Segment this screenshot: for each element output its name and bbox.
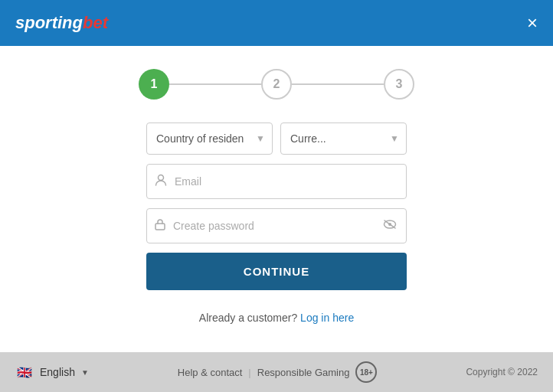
step-2: 2	[261, 69, 292, 100]
responsible-gaming-link[interactable]: Responsible Gaming	[257, 367, 350, 378]
age-badge: 18+	[355, 361, 377, 383]
selects-row: Country of residence ▼ Curre... ▼	[146, 122, 407, 155]
close-button[interactable]: ×	[527, 14, 538, 32]
help-contact-link[interactable]: Help & contact	[178, 367, 243, 378]
step-1: 1	[139, 69, 169, 100]
currency-select-wrapper: Curre... ▼	[280, 122, 407, 155]
person-icon	[147, 174, 175, 189]
modal-header: sportingbet ×	[0, 0, 553, 46]
step-indicator: 1 2 3	[139, 69, 414, 100]
country-select[interactable]: Country of residence	[146, 122, 273, 155]
footer-divider: |	[248, 367, 250, 378]
svg-rect-1	[155, 224, 165, 230]
registration-modal: sportingbet × 1 2 3 Country	[0, 0, 553, 392]
modal-footer: 🇬🇧 English ▼ Help & contact | Responsibl…	[0, 352, 553, 392]
step-line-2	[292, 83, 384, 85]
copyright-text: Copyright © 2022	[466, 367, 538, 377]
login-link[interactable]: Log in here	[300, 312, 354, 324]
already-customer-text: Already a customer? Log in here	[146, 312, 407, 324]
logo-sporting: sporting	[15, 13, 83, 33]
step-line-1	[169, 83, 261, 85]
lock-icon	[147, 218, 173, 234]
password-field[interactable]	[173, 209, 374, 243]
email-field[interactable]	[175, 165, 406, 198]
footer-links: Help & contact | Responsible Gaming 18+	[178, 361, 378, 383]
registration-form: Country of residence ▼ Curre... ▼	[146, 122, 407, 324]
email-input-wrapper	[146, 164, 407, 199]
logo: sportingbet	[15, 13, 108, 33]
eye-slash-icon[interactable]	[374, 219, 406, 233]
password-input-wrapper	[146, 208, 407, 243]
continue-button[interactable]: CONTINUE	[146, 253, 407, 290]
currency-select[interactable]: Curre...	[280, 122, 407, 155]
svg-point-0	[159, 175, 164, 181]
flag-icon: 🇬🇧	[15, 363, 34, 381]
modal-content: 1 2 3 Country of residence ▼	[0, 46, 553, 352]
language-label: English	[40, 366, 75, 378]
language-chevron-icon: ▼	[81, 368, 89, 377]
logo-bet: bet	[83, 13, 108, 33]
language-selector[interactable]: 🇬🇧 English ▼	[15, 363, 89, 381]
step-3: 3	[384, 69, 414, 100]
country-select-wrapper: Country of residence ▼	[146, 122, 273, 155]
